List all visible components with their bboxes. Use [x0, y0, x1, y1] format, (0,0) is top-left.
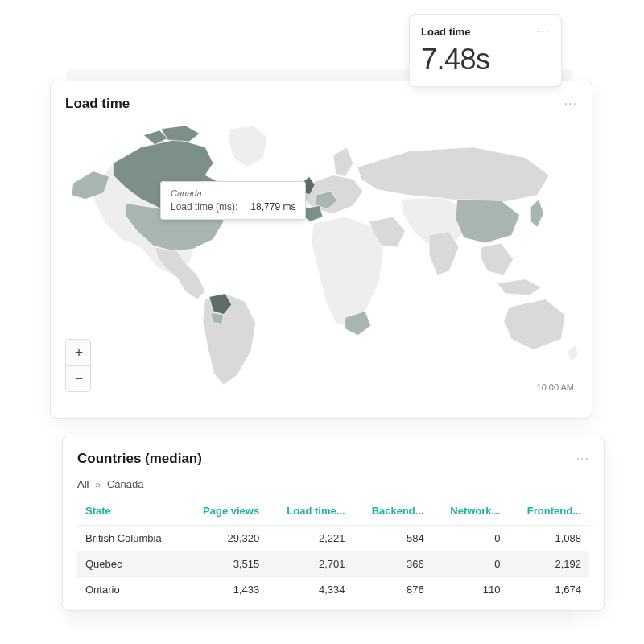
cell-frontend: 1,088 — [508, 526, 589, 551]
col-backend[interactable]: Backend... — [353, 498, 432, 526]
breadcrumb-root[interactable]: All — [77, 478, 89, 490]
cell-load-time: 4,334 — [267, 577, 353, 603]
table-menu-dots-icon[interactable]: ··· — [576, 452, 589, 465]
cell-page-views: 29,320 — [184, 526, 267, 551]
zoom-in-button[interactable]: + — [66, 340, 91, 365]
cell-load-time: 2,221 — [267, 526, 353, 551]
cell-backend: 584 — [353, 526, 432, 551]
tooltip-metric-value: 18,779 ms — [250, 201, 295, 213]
region-australia[interactable] — [504, 299, 566, 350]
breadcrumb: All » Canada — [63, 478, 604, 498]
region-mexico[interactable] — [155, 247, 205, 299]
cell-frontend: 1,674 — [508, 577, 589, 603]
plus-icon: + — [75, 345, 84, 361]
cell-network: 110 — [432, 577, 509, 603]
region-russia[interactable] — [357, 147, 550, 204]
breadcrumb-separator: » — [95, 478, 101, 490]
zoom-out-button[interactable]: − — [66, 365, 91, 391]
map-timestamp: 10:00 AM — [537, 382, 574, 392]
kpi-card-load-time: Load time ··· 7.48s — [409, 14, 562, 87]
world-map-svg[interactable] — [65, 118, 577, 392]
map-menu-dots-icon[interactable]: ··· — [564, 97, 577, 110]
col-page-views[interactable]: Page views — [184, 498, 267, 526]
cell-backend: 366 — [353, 551, 432, 577]
region-africa[interactable] — [312, 217, 383, 327]
kpi-value: 7.48s — [421, 43, 550, 76]
countries-table: State Page views Load time... Backend...… — [77, 498, 589, 602]
map-tooltip: Canada Load time (ms): 18,779 ms — [160, 181, 306, 220]
cell-state: British Columbia — [77, 526, 184, 551]
map-card: Load time ··· — [50, 80, 592, 419]
cell-backend: 876 — [353, 577, 432, 603]
cell-frontend: 2,192 — [508, 551, 589, 577]
table-row[interactable]: Quebec 3,515 2,701 366 0 2,192 — [77, 551, 589, 577]
cell-network: 0 — [432, 551, 509, 577]
zoom-controls: + − — [65, 339, 91, 392]
map-card-title: Load time — [65, 96, 130, 112]
cell-load-time: 2,701 — [267, 551, 353, 577]
tooltip-country: Canada — [171, 188, 295, 198]
kpi-menu-dots-icon[interactable]: ··· — [537, 25, 550, 38]
table-row[interactable]: British Columbia 29,320 2,221 584 0 1,08… — [77, 526, 589, 551]
countries-table-card: Countries (median) ··· All » Canada Stat… — [62, 436, 605, 611]
col-frontend[interactable]: Frontend... — [508, 498, 589, 526]
col-state[interactable]: State — [77, 498, 184, 526]
kpi-title: Load time — [421, 26, 470, 38]
world-map[interactable]: Canada Load time (ms): 18,779 ms + − 10:… — [65, 118, 577, 392]
cell-state: Quebec — [77, 551, 184, 577]
cell-page-views: 1,433 — [184, 577, 267, 603]
cell-page-views: 3,515 — [184, 551, 267, 577]
region-japan[interactable] — [530, 199, 543, 227]
col-load-time[interactable]: Load time... — [267, 498, 353, 526]
minus-icon: − — [75, 370, 84, 387]
breadcrumb-leaf: Canada — [107, 478, 144, 490]
region-greenland[interactable] — [229, 126, 267, 167]
table-row[interactable]: Ontario 1,433 4,334 876 110 1,674 — [77, 577, 589, 603]
region-ecuador[interactable] — [211, 313, 224, 324]
cell-network: 0 — [432, 526, 509, 551]
col-network[interactable]: Network... — [432, 498, 509, 526]
tooltip-metric-label: Load time (ms): — [171, 201, 237, 213]
table-card-title: Countries (median) — [77, 451, 202, 467]
cell-state: Ontario — [77, 577, 184, 603]
region-china[interactable] — [456, 199, 520, 243]
